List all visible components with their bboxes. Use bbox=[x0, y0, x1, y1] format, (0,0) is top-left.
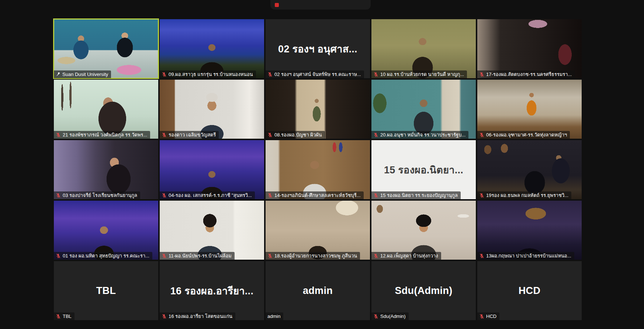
participant-name: รองดาว เฉลิมขวัญสตรี bbox=[169, 131, 216, 139]
participant-name-label: HCD bbox=[477, 312, 499, 320]
participant-tile[interactable]: 01 รอง ผอ.นทิตา สุทธปัญญา รร.คณะรา... bbox=[54, 201, 158, 260]
participant-name-label: 21 รองพัชราภรณ์ วงศ์พนิตกุล รร.วัดพร... bbox=[54, 131, 150, 139]
muted-mic-icon bbox=[56, 132, 61, 138]
participant-name: 01 รอง ผอ.นทิตา สุทธปัญญา รร.คณะรา... bbox=[63, 252, 149, 260]
participant-name-label: 14-รองฯอภินันต์-ศึกษาสงเคราะห์ธวัชบุรี..… bbox=[266, 191, 364, 199]
participant-tile[interactable]: Sdu(Admin) Sdu(Admin) bbox=[371, 261, 476, 320]
participant-name-label: 19รอง ผอ.ธนพล กมลหัตถ์ รร.ยุพราชวิ... bbox=[477, 191, 571, 199]
participant-tile[interactable]: 03 รองปาจรีย์ โรงเรียนชลกันยานุกูล bbox=[54, 140, 158, 199]
participant-name: 10 ผอ.รร.บ้านห้วยกรด นายวันดี หาญกุ... bbox=[380, 70, 464, 78]
participant-name: 12.ผอ.เพ็ญสุดา บ้านทุ่งกวาง bbox=[380, 252, 438, 260]
muted-mic-icon bbox=[373, 132, 378, 138]
muted-mic-icon bbox=[479, 132, 484, 138]
participant-center-name: 16 รองผอ.อารียา... bbox=[160, 261, 264, 320]
participant-center-name: TBL bbox=[54, 261, 158, 320]
participant-name: admin bbox=[267, 312, 280, 320]
muted-mic-icon bbox=[479, 193, 484, 198]
participant-name-label: 20.ผอ.อนุชา หมั่นกิจ รร.วนาประชารัฐบ... bbox=[371, 131, 468, 139]
participant-tile[interactable]: 09.ผอ.สราวุธ แรกรุ่น รร.บ้านหนองหนอน bbox=[160, 19, 264, 78]
participant-name-label: admin bbox=[266, 312, 283, 320]
participant-center-name: Sdu(Admin) bbox=[371, 261, 476, 320]
participant-name: Sdu(Admin) bbox=[380, 312, 406, 320]
participant-name-label: 11-ผอ.นัยน์ปพร-รร.บ้านไผ่ล้อม bbox=[160, 252, 235, 260]
participant-center-name: 15 รองผอ.นิตยา... bbox=[371, 140, 476, 199]
participant-name: 16 รองผอ.อารียา โสตขอนแก่น bbox=[169, 312, 232, 320]
participant-tile[interactable]: 06-รองผอ.จุฑามาศ-รร.วัดทุ่งลาดหญ้าฯ bbox=[477, 80, 582, 139]
muted-mic-icon bbox=[267, 193, 273, 198]
muted-mic-icon bbox=[162, 72, 167, 77]
participant-name: 09.ผอ.สราวุธ แรกรุ่น รร.บ้านหนองหนอน bbox=[169, 70, 253, 78]
participant-center-name: 02 รองฯ อนุศาส... bbox=[266, 19, 370, 78]
participant-tile[interactable]: 21 รองพัชราภรณ์ วงศ์พนิตกุล รร.วัดพร... bbox=[54, 80, 158, 139]
record-icon bbox=[275, 3, 279, 7]
muted-mic-icon bbox=[56, 253, 61, 259]
participant-name: 02 รองฯ อนุศาสน์ จันทร์พิษ รร.คณะราษ... bbox=[274, 70, 361, 78]
participant-tile[interactable]: HCD HCD bbox=[477, 261, 582, 320]
participant-name: 11-ผอ.นัยน์ปพร-รร.บ้านไผ่ล้อม bbox=[169, 252, 232, 260]
participant-tile[interactable]: 16 รองผอ.อารียา... 16 รองผอ.อารียา โสตขอ… bbox=[160, 261, 264, 320]
pin-icon bbox=[56, 72, 60, 77]
participant-name-label: 16 รองผอ.อารียา โสตขอนแก่น bbox=[160, 312, 235, 320]
muted-mic-icon bbox=[162, 193, 167, 198]
participant-tile[interactable]: 04-รอง ผอ. เสกสรรค์-ร.ร.ภาชี "สุนทรวิ... bbox=[160, 140, 264, 199]
muted-mic-icon bbox=[373, 253, 378, 259]
participant-name: 21 รองพัชราภรณ์ วงศ์พนิตกุล รร.วัดพร... bbox=[63, 131, 147, 139]
participant-grid: Suan Dusit University 09.ผอ.สราวุธ แรกรุ… bbox=[54, 19, 582, 320]
participant-tile[interactable]: 19รอง ผอ.ธนพล กมลหัตถ์ รร.ยุพราชวิ... bbox=[477, 140, 582, 199]
participant-name: 17-รองผอ.สัตตบงกช-รร.นครศรีธรรมรา... bbox=[486, 70, 572, 78]
participant-name-label: 18.รองผู้อำนวยการนางสาวชมพู ภูสีนวน bbox=[266, 252, 360, 260]
participant-name: 08.รองผอ.บัญชา ผิวผัน bbox=[274, 131, 322, 139]
meeting-canvas: { "window": { "background": "#101010", "… bbox=[0, 0, 644, 329]
participant-name-label: 15 รองผอ.นิตยา รร.ระยองปัญญานุกูล bbox=[371, 191, 461, 199]
participant-name-label: 04-รอง ผอ. เสกสรรค์-ร.ร.ภาชี "สุนทรวิ... bbox=[160, 191, 255, 199]
participant-tile[interactable]: 11-ผอ.นัยน์ปพร-รร.บ้านไผ่ล้อม bbox=[160, 201, 264, 260]
participant-tile[interactable]: 13ผอ.กฤษณา ปาเปาอ้ายรรบ้านแม่หนอ... bbox=[477, 201, 582, 260]
participant-tile[interactable]: 18.รองผู้อำนวยการนางสาวชมพู ภูสีนวน bbox=[266, 201, 370, 260]
participant-name-label: Sdu(Admin) bbox=[371, 312, 409, 320]
participant-center-name: HCD bbox=[477, 261, 582, 320]
participant-name: 13ผอ.กฤษณา ปาเปาอ้ายรรบ้านแม่หนอ... bbox=[486, 252, 571, 260]
participant-name: 19รอง ผอ.ธนพล กมลหัตถ์ รร.ยุพราชวิ... bbox=[486, 191, 568, 199]
participant-name: 20.ผอ.อนุชา หมั่นกิจ รร.วนาประชารัฐบ... bbox=[380, 131, 465, 139]
participant-tile[interactable]: TBL TBL bbox=[54, 261, 158, 320]
participant-name: 15 รองผอ.นิตยา รร.ระยองปัญญานุกูล bbox=[380, 191, 458, 199]
muted-mic-icon bbox=[479, 314, 484, 319]
participant-tile[interactable]: admin admin bbox=[266, 261, 370, 320]
participant-name-label: Suan Dusit University bbox=[54, 70, 111, 78]
participant-name-label: รองดาว เฉลิมขวัญสตรี bbox=[160, 131, 219, 139]
participant-name-label: 13ผอ.กฤษณา ปาเปาอ้ายรรบ้านแม่หนอ... bbox=[477, 252, 574, 260]
participant-name-label: 02 รองฯ อนุศาสน์ จันทร์พิษ รร.คณะราษ... bbox=[266, 70, 364, 78]
meeting-controls-pill[interactable] bbox=[270, 0, 371, 10]
muted-mic-icon bbox=[267, 253, 273, 259]
participant-name: 03 รองปาจรีย์ โรงเรียนชลกันยานุกูล bbox=[63, 191, 137, 199]
participant-tile[interactable]: 14-รองฯอภินันต์-ศึกษาสงเคราะห์ธวัชบุรี..… bbox=[266, 140, 370, 199]
muted-mic-icon bbox=[267, 132, 273, 138]
participant-name: 04-รอง ผอ. เสกสรรค์-ร.ร.ภาชี "สุนทรวิ... bbox=[169, 191, 252, 199]
participant-name: HCD bbox=[486, 312, 496, 320]
muted-mic-icon bbox=[56, 314, 61, 319]
participant-tile[interactable]: 10 ผอ.รร.บ้านห้วยกรด นายวันดี หาญกุ... bbox=[371, 19, 476, 78]
muted-mic-icon bbox=[479, 253, 484, 259]
participant-tile[interactable]: 08.รองผอ.บัญชา ผิวผัน bbox=[266, 80, 370, 139]
participant-name: TBL bbox=[63, 312, 72, 320]
participant-tile[interactable]: Suan Dusit University bbox=[54, 19, 158, 78]
participant-name-label: 08.รองผอ.บัญชา ผิวผัน bbox=[266, 131, 325, 139]
participant-name: 14-รองฯอภินันต์-ศึกษาสงเคราะห์ธวัชบุรี..… bbox=[274, 191, 361, 199]
participant-name-label: 01 รอง ผอ.นทิตา สุทธปัญญา รร.คณะรา... bbox=[54, 252, 152, 260]
muted-mic-icon bbox=[373, 314, 378, 319]
participant-name-label: TBL bbox=[54, 312, 75, 320]
muted-mic-icon bbox=[162, 314, 167, 319]
participant-tile[interactable]: 12.ผอ.เพ็ญสุดา บ้านทุ่งกวาง bbox=[371, 201, 476, 260]
participant-name-label: 03 รองปาจรีย์ โรงเรียนชลกันยานุกูล bbox=[54, 191, 140, 199]
muted-mic-icon bbox=[267, 72, 273, 77]
participant-name-label: 09.ผอ.สราวุธ แรกรุ่น รร.บ้านหนองหนอน bbox=[160, 70, 256, 78]
participant-tile[interactable]: 20.ผอ.อนุชา หมั่นกิจ รร.วนาประชารัฐบ... bbox=[371, 80, 476, 139]
participant-center-name: admin bbox=[266, 261, 370, 320]
participant-tile[interactable]: 02 รองฯ อนุศาส... 02 รองฯ อนุศาสน์ จันทร… bbox=[266, 19, 370, 78]
participant-tile[interactable]: รองดาว เฉลิมขวัญสตรี bbox=[160, 80, 264, 139]
participant-name-label: 10 ผอ.รร.บ้านห้วยกรด นายวันดี หาญกุ... bbox=[371, 70, 467, 78]
participant-name: 06-รองผอ.จุฑามาศ-รร.วัดทุ่งลาดหญ้าฯ bbox=[486, 131, 567, 139]
muted-mic-icon bbox=[479, 72, 484, 77]
participant-tile[interactable]: 17-รองผอ.สัตตบงกช-รร.นครศรีธรรมรา... bbox=[477, 19, 582, 78]
participant-tile[interactable]: 15 รองผอ.นิตยา... 15 รองผอ.นิตยา รร.ระยอ… bbox=[371, 140, 476, 199]
